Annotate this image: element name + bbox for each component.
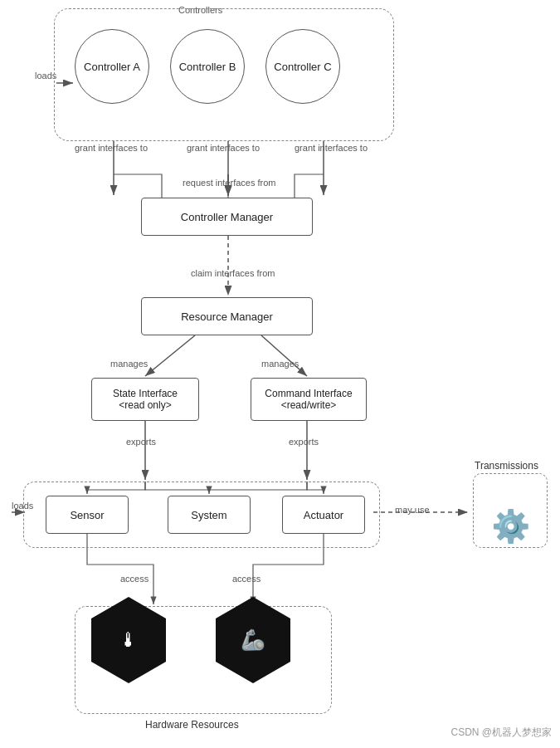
hardware-resources-label: Hardware Resources [145,719,239,731]
cmd-interface-line1: Command Interface [265,388,352,399]
robot-arm-icon: 🦾 [216,618,290,662]
state-interface-box: State Interface <read only> [91,378,199,421]
state-interface-line2: <read only> [113,399,178,411]
controller-manager-box: Controller Manager [141,198,313,236]
gear-icon: ⚙️ [491,511,530,542]
transmissions-label: Transmissions [475,460,538,472]
state-interface-line1: State Interface [113,388,178,399]
access-right-label: access [232,574,261,584]
svg-line-10 [261,335,307,376]
claim-label: claim interfaces from [191,268,275,278]
watermark: CSDN @机器人梦想家 [450,726,552,740]
may-use-label: may use [395,505,430,515]
access-left-label: access [120,574,149,584]
exports-right-label: exports [289,437,319,447]
cmd-interface-line2: <read/write> [265,399,352,411]
sensor-box: Sensor [46,496,129,534]
actuator-box: Actuator [282,496,365,534]
grant-b-label: grant interfaces to [187,143,260,153]
resource-manager-box: Resource Manager [141,297,313,335]
svg-line-9 [145,335,195,376]
controller-b: Controller B [170,29,245,104]
command-interface-box: Command Interface <read/write> [251,378,367,421]
grant-a-label: grant interfaces to [75,143,148,153]
exports-left-label: exports [126,437,156,447]
manages-left-label: manages [110,359,148,369]
grant-c-label: grant interfaces to [295,143,368,153]
transmissions-box: ⚙️ [473,473,548,548]
controller-a: Controller A [75,29,149,104]
hardware-sensor-icon: 🌡 [91,618,166,662]
system-box: System [168,496,251,534]
manages-right-label: manages [261,359,299,369]
hardware-actuator-icon: 🦾 [216,618,290,662]
controller-c: Controller C [265,29,340,104]
thermometer-icon: 🌡 [91,618,166,662]
request-label: request interfaces from [183,178,276,188]
